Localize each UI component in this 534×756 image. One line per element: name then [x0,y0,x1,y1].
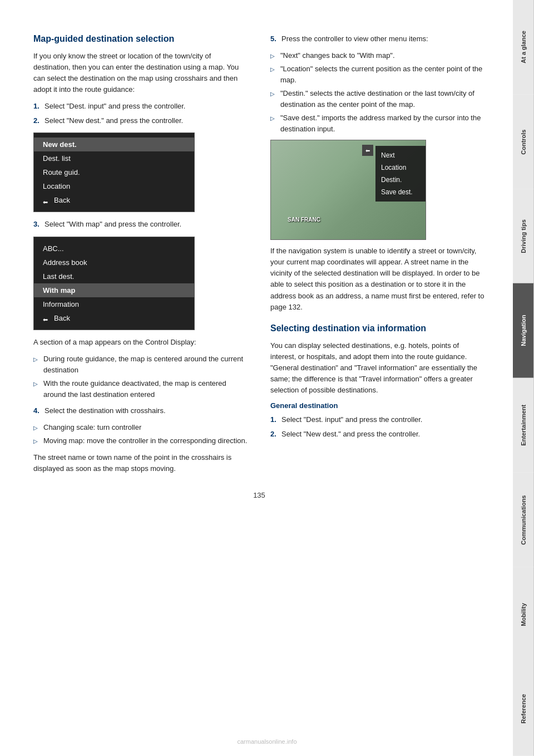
right-column: 5. Press the controller to view other me… [270,33,485,480]
step4-bullet-2: ▷ Moving map: move the controller in the… [33,435,248,446]
menu-item-abc: ABC... [34,242,194,256]
main-content: Map-guided destination selection If you … [0,0,513,533]
bullet-tri-icon-4: ▷ [33,437,39,446]
sidebar-tab-driving-tips[interactable]: Driving tips [513,189,534,284]
bullet-tri-icon-3: ▷ [33,424,39,433]
watermark: carmanualsonline.info [237,738,296,745]
bullet-tri-icon-5: ▷ [270,52,276,61]
step4-sub-bullets: ▷ Changing scale: turn controller ▷ Movi… [33,422,248,446]
step3-bullet-1: ▷ During route guidance, the map is cent… [33,354,248,375]
bullet-tri-icon-2: ▷ [33,380,39,400]
back-arrow-icon-2 [43,315,51,321]
section2-step-2: 2. Select "New dest." and press the cont… [270,429,485,440]
sidebar-tab-communications[interactable]: Communications [513,473,534,567]
sidebar-tab-mobility[interactable]: Mobility [513,567,534,662]
bullet-tri-icon-7: ▷ [270,90,276,110]
general-destination-subtitle: General destination [270,401,485,410]
section2-steps: 1. Select "Dest. input" and press the co… [270,414,485,439]
steps-list-2: 3. Select "With map" and press the contr… [33,219,248,230]
section2-container: Selecting destination via information Yo… [270,323,485,440]
map-back-icon: ⬅ [362,145,373,156]
bullet-tri-icon-6: ▷ [270,65,276,85]
section2-intro: You can display selected destinations, e… [270,340,485,396]
map-menu-save-dest: Save dest. [375,186,426,198]
step5-list: 5. Press the controller to view other me… [270,33,485,45]
map-menu-destin: Destin. [375,174,426,186]
menu-screenshot-2: ABC... Address book Last dest. With map … [33,237,195,330]
after-map-text: If the navigation system is unable to id… [270,246,485,313]
step5-bullet-4: ▷ "Save dest." imports the address marke… [270,112,485,134]
step3-sub-bullets: ▷ During route guidance, the map is cent… [33,354,248,400]
map-screenshot: SAN FRANC Next Location Destin. Save des… [270,140,426,240]
step-5: 5. Press the controller to view other me… [270,33,485,45]
bullet-tri-icon-8: ▷ [270,114,276,134]
menu-item-information: Information [34,297,194,311]
step5-bullet-1: ▷ "Next" changes back to "With map". [270,50,485,61]
step4-bullet-1: ▷ Changing scale: turn controller [33,422,248,433]
map-city-label: SAN FRANC [288,217,320,223]
menu-item-address-book: Address book [34,256,194,269]
menu-item-with-map: With map [34,283,194,297]
menu-item-location: Location [34,179,194,193]
bullet-tri-icon-1: ▷ [33,355,39,375]
steps-list-3: 4. Select the destination with crosshair… [33,405,248,416]
step3-bullet-2: ▷ With the route guidance deactivated, t… [33,378,248,400]
section2-step-1: 1. Select "Dest. input" and press the co… [270,414,485,425]
sidebar-tab-navigation[interactable]: Navigation [513,283,534,378]
menu-item-new-dest: New dest. [34,138,194,151]
sidebar-tab-controls[interactable]: Controls [513,95,534,189]
step5-sub-bullets: ▷ "Next" changes back to "With map". ▷ "… [270,50,485,135]
map-overlay-menu: Next Location Destin. Save dest. [375,146,426,202]
menu-screenshot-1: New dest. Dest. list Route guid. Locatio… [33,132,195,212]
back-arrow-icon-1 [43,198,51,203]
page-number: 135 [33,491,485,499]
map-menu-next: Next [375,149,426,161]
sidebar: At a glanceControlsDriving tipsNavigatio… [513,0,534,756]
menu-item-dest-list: Dest. list [34,151,194,165]
sidebar-tab-entertainment[interactable]: Entertainment [513,378,534,473]
left-intro-text: If you only know the street or location … [33,51,248,96]
menu-item-route-guid: Route guid. [34,165,194,179]
sidebar-tab-reference[interactable]: Reference [513,661,534,756]
step-2: 2. Select "New dest." and press the cont… [33,115,248,126]
section2-title: Selecting destination via information [270,323,485,335]
steps-list-1: 1. Select "Dest. input" and press the co… [33,101,248,126]
menu-item-last-dest: Last dest. [34,269,194,283]
left-column: Map-guided destination selection If you … [33,33,248,480]
step5-bullet-3: ▷ "Destin." selects the active destinati… [270,88,485,110]
step5-bullet-2: ▷ "Location" selects the current positio… [270,63,485,85]
after-step4-text: The street name or town name of the poin… [33,452,248,474]
menu-item-back-2: Back [34,311,194,325]
step-4: 4. Select the destination with crosshair… [33,405,248,416]
menu-item-back-1: Back [34,193,194,207]
step-1: 1. Select "Dest. input" and press the co… [33,101,248,112]
sidebar-tab-at-a-glance[interactable]: At a glance [513,0,534,95]
left-section-title: Map-guided destination selection [33,33,248,45]
step-3: 3. Select "With map" and press the contr… [33,219,248,230]
map-menu-location: Location [375,161,426,174]
after-menu2-text: A section of a map appears on the Contro… [33,337,248,348]
